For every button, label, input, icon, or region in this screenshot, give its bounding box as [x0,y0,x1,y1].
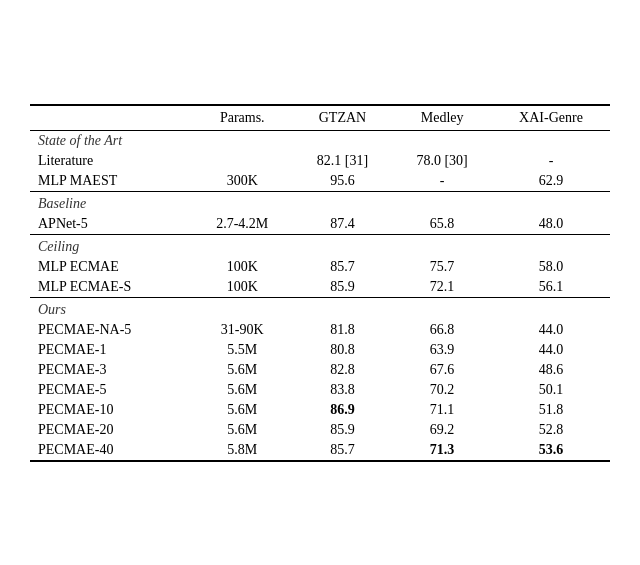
row-cell: 100K [192,277,293,298]
row-cell: 82.1 [31] [293,151,393,171]
row-cell: 44.0 [492,320,610,340]
table-row: APNet-52.7-4.2M87.465.848.0 [30,214,610,235]
row-name: MLP ECMAE-S [30,277,192,298]
row-name: APNet-5 [30,214,192,235]
table-row: Literature82.1 [31]78.0 [30]- [30,151,610,171]
row-cell: 69.2 [392,420,492,440]
col-header-xai: XAI-Genre [492,105,610,131]
col-header-medley: Medley [392,105,492,131]
row-cell: 85.9 [293,277,393,298]
row-cell: 2.7-4.2M [192,214,293,235]
table-row: PECMAE-205.6M85.969.252.8 [30,420,610,440]
row-name: MLP ECMAE [30,257,192,277]
header-row: Params. GTZAN Medley XAI-Genre [30,105,610,131]
row-cell: 62.9 [492,171,610,192]
table-row: PECMAE-405.8M85.771.353.6 [30,440,610,461]
row-cell: 85.7 [293,440,393,461]
row-cell: 50.1 [492,380,610,400]
row-cell: 53.6 [492,440,610,461]
row-cell: 86.9 [293,400,393,420]
row-cell: 5.8M [192,440,293,461]
row-cell: 5.6M [192,380,293,400]
row-cell: 95.6 [293,171,393,192]
table-row: MLP ECMAE100K85.775.758.0 [30,257,610,277]
row-cell: 52.8 [492,420,610,440]
table-row: PECMAE-15.5M80.863.944.0 [30,340,610,360]
table-row: MLP MAEST300K95.6-62.9 [30,171,610,192]
row-cell: - [392,171,492,192]
col-header-name [30,105,192,131]
row-name: Literature [30,151,192,171]
row-cell: 83.8 [293,380,393,400]
table-wrapper: Params. GTZAN Medley XAI-Genre State of … [30,104,610,462]
row-cell: - [492,151,610,171]
row-cell: 82.8 [293,360,393,380]
row-cell: 300K [192,171,293,192]
row-cell: 48.6 [492,360,610,380]
row-cell: 81.8 [293,320,393,340]
row-name: PECMAE-3 [30,360,192,380]
row-cell: 44.0 [492,340,610,360]
row-cell: 75.7 [392,257,492,277]
table-row: PECMAE-NA-531-90K81.866.844.0 [30,320,610,340]
row-cell: 5.6M [192,420,293,440]
row-cell: 70.2 [392,380,492,400]
table-row: MLP ECMAE-S100K85.972.156.1 [30,277,610,298]
row-cell: 56.1 [492,277,610,298]
section-label: Ours [30,297,610,320]
row-cell [192,151,293,171]
row-cell: 71.1 [392,400,492,420]
row-cell: 66.8 [392,320,492,340]
section-label: Ceiling [30,234,610,257]
row-cell: 100K [192,257,293,277]
row-cell: 85.7 [293,257,393,277]
section-label-row: Baseline [30,191,610,214]
row-cell: 72.1 [392,277,492,298]
table-row: PECMAE-105.6M86.971.151.8 [30,400,610,420]
row-name: PECMAE-NA-5 [30,320,192,340]
row-name: PECMAE-10 [30,400,192,420]
row-cell: 67.6 [392,360,492,380]
col-header-gtzan: GTZAN [293,105,393,131]
row-cell: 80.8 [293,340,393,360]
row-cell: 87.4 [293,214,393,235]
table-row: PECMAE-35.6M82.867.648.6 [30,360,610,380]
row-name: PECMAE-20 [30,420,192,440]
row-name: PECMAE-5 [30,380,192,400]
row-name: PECMAE-40 [30,440,192,461]
row-cell: 85.9 [293,420,393,440]
col-header-params: Params. [192,105,293,131]
section-label-row: Ours [30,297,610,320]
row-cell: 65.8 [392,214,492,235]
row-name: MLP MAEST [30,171,192,192]
section-label: State of the Art [30,130,610,151]
row-cell: 63.9 [392,340,492,360]
row-cell: 5.5M [192,340,293,360]
row-name: PECMAE-1 [30,340,192,360]
section-label-row: State of the Art [30,130,610,151]
row-cell: 58.0 [492,257,610,277]
row-cell: 31-90K [192,320,293,340]
section-label: Baseline [30,191,610,214]
row-cell: 51.8 [492,400,610,420]
row-cell: 71.3 [392,440,492,461]
results-table: Params. GTZAN Medley XAI-Genre State of … [30,104,610,462]
table-row: PECMAE-55.6M83.870.250.1 [30,380,610,400]
row-cell: 5.6M [192,360,293,380]
row-cell: 48.0 [492,214,610,235]
section-label-row: Ceiling [30,234,610,257]
row-cell: 78.0 [30] [392,151,492,171]
row-cell: 5.6M [192,400,293,420]
